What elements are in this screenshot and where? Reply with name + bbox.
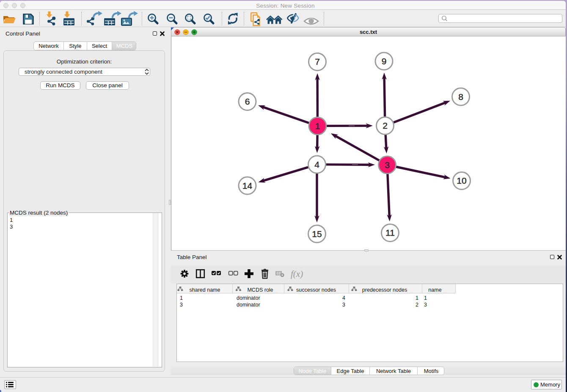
svg-text:14: 14 <box>242 181 253 190</box>
svg-text:9: 9 <box>382 56 387 66</box>
svg-text:8: 8 <box>458 92 463 102</box>
svg-text:15: 15 <box>312 229 322 239</box>
svg-text:1: 1 <box>315 121 320 131</box>
svg-text:3: 3 <box>385 160 390 170</box>
svg-text:2: 2 <box>383 121 388 130</box>
svg-text:7: 7 <box>315 57 320 66</box>
svg-text:4: 4 <box>314 160 319 169</box>
svg-text:10: 10 <box>457 176 466 185</box>
svg-text:6: 6 <box>245 97 250 106</box>
svg-text:f(x): f(x) <box>291 269 303 279</box>
svg-text:11: 11 <box>385 228 395 237</box>
